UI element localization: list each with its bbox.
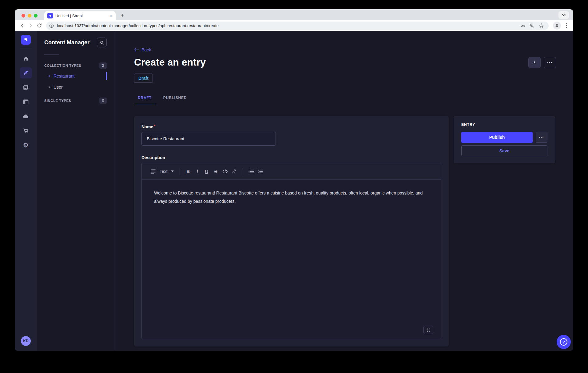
name-label: Name* xyxy=(141,124,155,129)
entry-panel: ENTRY Publish ··· Save xyxy=(454,116,555,163)
close-window-button[interactable] xyxy=(22,14,25,18)
block-type-select[interactable]: Text xyxy=(158,169,176,174)
back-link[interactable]: Back xyxy=(134,47,556,52)
description-text: Welcome to Biscotte restaurant! Restaura… xyxy=(154,189,429,206)
block-type-value: Text xyxy=(160,169,168,174)
tab-published[interactable]: PUBLISHED xyxy=(160,91,191,104)
chevron-down-icon xyxy=(171,170,174,172)
page-title: Create an entry xyxy=(134,57,206,68)
back-arrow-icon xyxy=(134,48,139,52)
back-button[interactable] xyxy=(18,21,26,30)
tab-search-button[interactable] xyxy=(558,11,569,19)
link-button[interactable] xyxy=(230,167,239,176)
minimize-window-button[interactable] xyxy=(28,14,31,18)
nav-media-library-icon[interactable] xyxy=(20,82,32,93)
help-icon: ? xyxy=(560,338,567,346)
main-content: Back Create an entry ··· Draft xyxy=(114,31,573,351)
collection-types-count: 2 xyxy=(99,62,107,69)
forward-button[interactable] xyxy=(26,21,35,30)
subnav-title: Content Manager xyxy=(44,39,89,46)
main-nav: ⚙ KD xyxy=(15,31,37,351)
nav-home-icon[interactable] xyxy=(20,53,32,64)
tab-strip: Untitled | Strapi × + xyxy=(15,9,573,20)
site-info-icon[interactable] xyxy=(49,23,54,28)
description-field-block: Description Text xyxy=(141,155,441,339)
export-download-button[interactable] xyxy=(528,57,541,68)
browser-window: Untitled | Strapi × + xyxy=(15,9,573,351)
screenshot-root: Untitled | Strapi × + xyxy=(0,0,588,373)
collection-types-label: COLLECTION TYPES xyxy=(44,64,81,67)
help-button[interactable]: ? xyxy=(557,335,571,349)
window-controls xyxy=(15,14,44,20)
expand-editor-button[interactable] xyxy=(423,326,433,334)
zoom-icon[interactable] xyxy=(529,23,535,28)
italic-button[interactable]: I xyxy=(193,167,202,176)
svg-text:2: 2 xyxy=(258,172,259,174)
sidebar-item-label: User xyxy=(54,85,63,90)
strapi-favicon-icon xyxy=(47,13,53,18)
name-field-block: Name* xyxy=(141,124,441,146)
bulleted-list-button[interactable] xyxy=(247,167,256,176)
editor-content[interactable]: Welcome to Biscotte restaurant! Restaura… xyxy=(142,180,441,339)
nav-cloud-icon[interactable] xyxy=(20,111,32,122)
content-manager-subnav: Content Manager COLLECTION TYPES 2 Resta… xyxy=(37,31,114,351)
sidebar-item-label: Restaurant xyxy=(54,74,74,78)
single-types-count: 0 xyxy=(99,98,107,104)
browser-profile-avatar[interactable] xyxy=(553,22,561,30)
browser-toolbar: localhost:1337/admin/content-manager/col… xyxy=(15,20,573,31)
code-button[interactable] xyxy=(220,167,230,176)
editor-toolbar: Text B I U S xyxy=(142,163,441,180)
bullet-icon xyxy=(49,86,50,88)
nav-marketplace-icon[interactable] xyxy=(20,125,32,136)
rich-text-editor: Text B I U S xyxy=(141,163,441,339)
maximize-window-button[interactable] xyxy=(34,14,38,18)
search-button[interactable] xyxy=(97,38,107,47)
password-key-icon[interactable] xyxy=(520,23,526,29)
browser-tab[interactable]: Untitled | Strapi × xyxy=(44,11,116,20)
underline-button[interactable]: U xyxy=(202,167,211,176)
nav-content-manager-icon[interactable] xyxy=(20,67,32,78)
svg-text:1: 1 xyxy=(258,169,259,171)
strapi-app: ⚙ KD Content Manager COLLECTION TYPES 2 xyxy=(15,31,573,351)
bullet-icon xyxy=(49,75,50,77)
entry-more-button[interactable]: ··· xyxy=(536,132,547,143)
description-label: Description xyxy=(141,155,165,160)
entry-form-card: Name* Description xyxy=(134,116,449,347)
strapi-logo[interactable] xyxy=(21,35,31,45)
sidebar-item-restaurant[interactable]: Restaurant xyxy=(44,70,107,82)
ellipsis-icon: ··· xyxy=(539,135,544,139)
save-button[interactable]: Save xyxy=(461,145,547,156)
tab-draft[interactable]: DRAFT xyxy=(134,91,155,104)
publish-button[interactable]: Publish xyxy=(461,132,533,143)
tab-close-icon[interactable]: × xyxy=(109,13,113,18)
single-types-header: SINGLE TYPES 0 xyxy=(44,96,107,106)
subnav-divider xyxy=(44,54,59,54)
url-text: localhost:1337/admin/content-manager/col… xyxy=(57,23,520,28)
nav-content-type-builder-icon[interactable] xyxy=(20,96,32,107)
new-tab-button[interactable]: + xyxy=(118,11,127,20)
url-bar[interactable]: localhost:1337/admin/content-manager/col… xyxy=(46,22,549,30)
required-asterisk: * xyxy=(154,124,155,128)
browser-menu-icon[interactable] xyxy=(563,22,570,30)
header-more-button[interactable]: ··· xyxy=(544,57,556,68)
status-badge: Draft xyxy=(134,74,153,83)
bold-button[interactable]: B xyxy=(184,167,193,176)
paragraph-style-icon[interactable] xyxy=(149,167,158,176)
collection-types-header: COLLECTION TYPES 2 xyxy=(44,61,107,70)
single-types-label: SINGLE TYPES xyxy=(44,99,71,102)
user-avatar[interactable]: KD xyxy=(21,336,31,346)
tab-title: Untitled | Strapi xyxy=(55,14,106,18)
version-tabs: DRAFT PUBLISHED xyxy=(134,91,556,104)
nav-divider xyxy=(20,49,32,49)
entry-panel-title: ENTRY xyxy=(461,122,547,127)
bookmark-star-icon[interactable] xyxy=(538,23,544,29)
name-input[interactable] xyxy=(141,132,276,146)
gear-icon: ⚙ xyxy=(23,142,29,149)
nav-settings-icon[interactable]: ⚙ xyxy=(20,140,32,151)
numbered-list-button[interactable]: 12 xyxy=(256,167,265,176)
sidebar-item-user[interactable]: User xyxy=(44,82,107,93)
reload-button[interactable] xyxy=(35,21,44,30)
strikethrough-button[interactable]: S xyxy=(211,167,220,176)
ellipsis-icon: ··· xyxy=(547,60,553,65)
active-item-indicator xyxy=(106,72,107,80)
